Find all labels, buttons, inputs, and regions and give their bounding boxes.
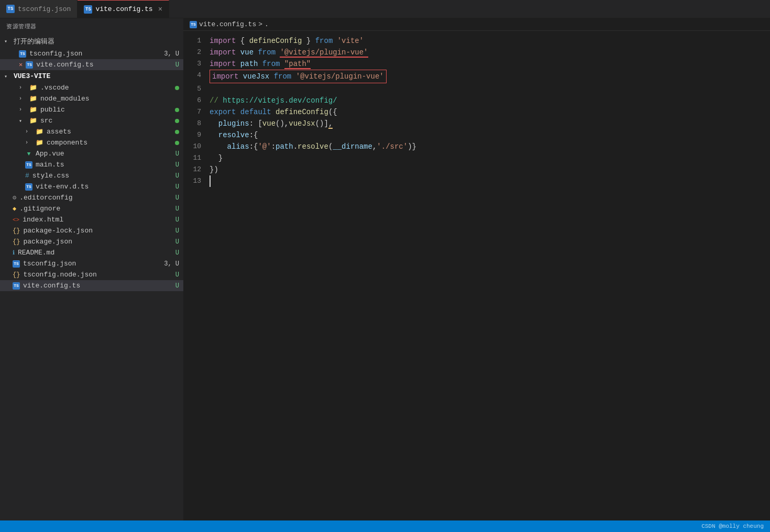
code-editor[interactable]: 1 import { defineConfig } from 'vite' 2 … [183,31,770,516]
item-badge: U [175,161,179,169]
code-line-2: 2 import vue from '@vitejs/plugin-vue' [183,47,770,58]
modified-dot [175,119,179,123]
code-line-1: 1 import { defineConfig } from 'vite' [183,35,770,47]
json-file-icon: {} [13,227,20,235]
open-editors-label: 打开的编辑器 [14,37,54,46]
sidebar-item-tsconfig-json[interactable]: TS tsconfig.json 3, U [0,258,183,269]
item-main-ts-label: main.ts [36,161,64,169]
sidebar-item-editorconfig[interactable]: ⚙ .editorconfig U [0,192,183,203]
item-badge: U [175,183,179,191]
item-readme-label: README.md [18,249,54,257]
diamond-file-icon: ◆ [13,205,16,213]
json-file-icon: {} [13,238,20,246]
line-content [210,175,770,187]
md-file-icon: ℹ [13,249,15,256]
line-content: }) [210,164,770,175]
tab-viteconfig-label: vite.config.ts [95,5,152,13]
item-src-label: src [40,117,52,125]
code-line-7: 7 export default defineConfig({ [183,106,770,118]
json-file-icon: {} [13,271,20,279]
main-area: 资源管理器 ▾ 打开的编辑器 TS tsconfig.json 3, U ✕ T… [0,18,770,520]
line-num: 3 [183,58,210,70]
line-content: import vueJsx from '@vitejs/plugin-vue' [210,70,770,83]
open-file-viteconfig-name: vite.config.ts [36,61,93,69]
modified-dot [175,141,179,145]
item-app-vue-label: App.vue [36,150,64,158]
line-content: plugins: [vue(),vueJsx()], [210,118,770,129]
line-content: export default defineConfig({ [210,106,770,118]
close-tab-icon[interactable]: × [158,5,162,14]
item-assets-label: assets [47,128,71,136]
project-header[interactable]: ▾ VUE3-VITE [0,70,183,82]
sidebar-item-package-json[interactable]: {} package.json U [0,236,183,247]
sidebar-item-node-modules[interactable]: › 📁 node_modules [0,93,183,104]
code-line-3: 3 import path from "path" [183,58,770,70]
sidebar-item-readme[interactable]: ℹ README.md U [0,247,183,258]
code-line-12: 12 }) [183,164,770,175]
item-index-html-label: index.html [23,216,63,224]
breadcrumb-separator: > [258,20,262,28]
css-file-icon: # [25,172,29,180]
item-badge: U [175,150,179,158]
ts-file-icon: TS [26,61,33,69]
sidebar-item-public[interactable]: › 📁 public [0,104,183,115]
sidebar-item-gitignore[interactable]: ◆ .gitignore U [0,203,183,214]
line-num: 8 [183,118,210,129]
sidebar-item-src[interactable]: ▾ 📁 src [0,115,183,126]
scrollbar[interactable] [183,516,770,520]
sidebar-item-main-ts[interactable]: TS main.ts U [0,159,183,170]
breadcrumb-extra: . [265,20,269,28]
sidebar-item-assets[interactable]: › 📁 assets [0,126,183,137]
item-badge: U [175,271,179,279]
line-num: 9 [183,129,210,141]
sidebar-item-index-html[interactable]: <> index.html U [0,214,183,225]
item-package-json-label: package.json [23,238,72,246]
item-badge: U [175,282,179,290]
item-gitignore-label: .gitignore [19,205,60,213]
modified-dot [175,86,179,90]
status-bar: CSDN @molly cheung [0,520,770,532]
sidebar-item-vscode[interactable]: › 📁 .vscode [0,82,183,93]
sidebar-item-vite-config[interactable]: TS vite.config.ts U [0,280,183,291]
chevron-right-icon: › [19,96,26,102]
line-content: import { defineConfig } from 'vite' [210,35,770,47]
status-text: CSDN @molly cheung [701,523,764,529]
line-num: 12 [183,164,210,175]
open-editors-header[interactable]: ▾ 打开的编辑器 [0,35,183,48]
ts-file-icon: TS [25,183,32,191]
line-num: 11 [183,152,210,164]
sidebar: 资源管理器 ▾ 打开的编辑器 TS tsconfig.json 3, U ✕ T… [0,18,183,520]
line-num: 4 [183,70,210,81]
folder-icon: 📁 [29,95,37,103]
item-tsconfig-node-label: tsconfig.node.json [23,271,96,279]
item-badge: U [175,238,179,246]
modified-dot [175,130,179,134]
tab-viteconfig[interactable]: TS vite.config.ts × [78,0,169,18]
line-num: 2 [183,47,210,58]
item-node-modules-label: node_modules [40,95,90,103]
gear-file-icon: ⚙ [13,194,16,202]
tab-tsconfig[interactable]: TS tsconfig.json [0,0,78,18]
ts-icon: TS [6,5,15,13]
ts-breadcrumb-icon: TS [190,21,197,28]
line-content: import vue from '@vitejs/plugin-vue' [210,47,770,58]
ts-file-icon: TS [13,282,20,290]
code-line-4: 4 import vueJsx from '@vitejs/plugin-vue… [183,70,770,83]
sidebar-item-package-lock[interactable]: {} package-lock.json U [0,225,183,236]
sidebar-item-vite-env[interactable]: TS vite-env.d.ts U [0,181,183,192]
open-file-tsconfig-name: tsconfig.json [29,50,82,58]
code-line-13: 13 [183,175,770,187]
editor-area: TS vite.config.ts > . 1 import { defineC… [183,18,770,520]
open-file-tsconfig[interactable]: TS tsconfig.json 3, U [0,48,183,59]
item-tsconfig-json-label: tsconfig.json [23,260,76,268]
html-file-icon: <> [13,217,19,223]
sidebar-item-app-vue[interactable]: ▼ App.vue U [0,148,183,159]
sidebar-item-tsconfig-node[interactable]: {} tsconfig.node.json U [0,269,183,280]
sidebar-item-style-css[interactable]: # style.css U [0,170,183,181]
ts-file-icon: TS [25,161,32,169]
chevron-right-icon: › [19,85,26,91]
line-num: 5 [183,83,210,95]
sidebar-item-components[interactable]: › 📁 components [0,137,183,148]
open-file-viteconfig[interactable]: ✕ TS vite.config.ts U [0,59,183,70]
ts-file-icon: TS [19,50,26,58]
